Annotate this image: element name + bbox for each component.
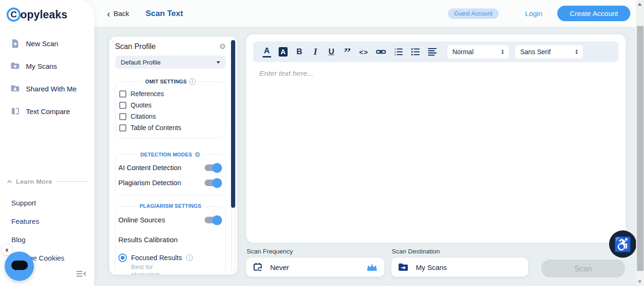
create-account-button[interactable]: Create Account — [557, 6, 630, 21]
radio-selected[interactable] — [118, 253, 127, 262]
editor-toolbar: A A B I U ” <> 123 Normal ▲▼ Sans Serif … — [253, 41, 619, 62]
plagiarism-settings-group: PLAGIARISM SETTINGS Online Sources Resul… — [115, 206, 226, 275]
learn-more-label: Learn More — [16, 178, 52, 185]
info-icon[interactable] — [189, 78, 196, 85]
sidebar-item-new-scan[interactable]: New Scan — [0, 32, 94, 55]
online-sources-row: Online Sources — [118, 212, 223, 228]
login-link[interactable]: Login — [525, 9, 543, 17]
text-editor-card: A A B I U ” <> 123 Normal ▲▼ Sans Serif … — [246, 34, 626, 243]
guest-account-badge: Guest Account — [448, 8, 498, 19]
ai-content-detection-row: AI Content Detection — [118, 160, 223, 175]
sidebar-item-text-compare[interactable]: Text Compare — [0, 100, 94, 123]
focused-results-option[interactable]: Focused Results — [118, 253, 223, 262]
font-select[interactable]: Sans Serif ▲▼ — [515, 45, 583, 58]
scan-frequency-select[interactable]: Never — [246, 258, 384, 277]
detection-modes-legend: DETECTION MODES — [140, 152, 192, 157]
bullet-list-icon[interactable] — [411, 47, 420, 57]
new-scan-icon — [10, 39, 20, 48]
ordered-list-icon[interactable]: 123 — [394, 47, 403, 57]
learn-more-section-header[interactable]: Learn More — [8, 178, 89, 185]
italic-icon[interactable]: I — [311, 47, 320, 57]
checkbox[interactable] — [119, 113, 126, 120]
scroll-up-arrow-icon[interactable] — [638, 3, 642, 6]
gear-icon[interactable]: ⚙ — [195, 151, 201, 158]
plagiarism-detection-toggle[interactable] — [205, 180, 221, 186]
results-calibration-title: Results Calibration — [118, 236, 223, 244]
scan-destination-select[interactable]: My Scans — [391, 258, 528, 277]
code-icon[interactable]: <> — [359, 48, 369, 56]
page-scrollbar[interactable] — [636, 0, 644, 286]
text-color-icon[interactable]: A — [263, 46, 271, 57]
accessibility-icon: ♿ — [614, 236, 631, 253]
sidebar-link-support[interactable]: Support — [0, 194, 94, 212]
scan-profile-title: Scan Profile — [115, 42, 156, 51]
my-scans-icon — [10, 61, 20, 71]
ai-content-detection-toggle[interactable] — [205, 164, 221, 171]
font-select-value: Sans Serif — [520, 48, 551, 56]
accessibility-widget-button[interactable]: ♿ — [609, 230, 636, 258]
scan-frequency-label: Scan Frequency — [247, 248, 293, 255]
online-sources-toggle[interactable] — [205, 217, 221, 223]
plagiarism-settings-legend: PLAGIARISM SETTINGS — [140, 203, 201, 209]
sidebar: C opyleaks New Scan My Scans Shared With… — [0, 0, 94, 286]
omit-option-citations[interactable]: Citations — [119, 111, 222, 122]
info-icon[interactable] — [186, 254, 193, 261]
format-select-value: Normal — [452, 48, 473, 56]
sidebar-link-features[interactable]: Features — [0, 212, 94, 230]
sidebar-item-label: Text Compare — [26, 107, 70, 115]
align-icon[interactable] — [428, 47, 437, 57]
omit-option-references[interactable]: References — [119, 88, 222, 99]
omit-option-table-of-contents[interactable]: Table of Contents — [119, 122, 222, 133]
logo-ring-icon: C — [7, 8, 21, 22]
svg-text:3: 3 — [395, 53, 396, 56]
highlight-color-icon[interactable]: A — [279, 47, 288, 57]
profile-select[interactable]: Default Profile — [115, 56, 226, 69]
back-label: Back — [114, 9, 129, 17]
underline-icon[interactable]: U — [327, 47, 336, 57]
bold-icon[interactable]: B — [295, 47, 304, 57]
collapse-sidebar-icon — [76, 270, 87, 278]
text-compare-icon — [10, 106, 20, 116]
shared-with-me-icon — [10, 84, 20, 93]
page-title: Scan Text — [146, 9, 183, 18]
omit-option-quotes[interactable]: Quotes — [119, 99, 222, 111]
logo-text: opyleaks — [20, 8, 67, 21]
omit-settings-group: OMIT SETTINGS References Quotes Citation… — [115, 82, 226, 138]
checkbox[interactable] — [119, 124, 126, 131]
page-scrollbar-thumb[interactable] — [637, 26, 644, 271]
folder-move-icon — [398, 262, 409, 272]
cookies-close-button[interactable]: x — [1, 244, 12, 255]
divider — [57, 181, 89, 182]
chevron-left-icon: ‹ — [107, 10, 110, 17]
back-button[interactable]: ‹ Back — [107, 9, 129, 17]
chevron-up-icon — [7, 180, 12, 185]
premium-crown-icon — [366, 263, 378, 272]
sidebar-item-label: New Scan — [26, 40, 58, 48]
editor-text-area[interactable]: Enter text here... — [259, 69, 626, 78]
link-icon[interactable] — [376, 47, 386, 57]
chevron-down-icon — [216, 61, 220, 64]
sidebar-item-shared-with-me[interactable]: Shared With Me — [0, 77, 94, 100]
profile-select-value: Default Profile — [121, 59, 161, 66]
blockquote-icon[interactable]: ” — [343, 49, 352, 55]
gear-icon[interactable]: ⚙ — [219, 43, 226, 50]
detection-modes-group: DETECTION MODES ⚙ AI Content Detection P… — [115, 154, 226, 196]
sidebar-item-label: My Scans — [26, 62, 57, 70]
panel-scrollbar-thumb[interactable] — [231, 40, 235, 208]
sidebar-item-my-scans[interactable]: My Scans — [0, 55, 94, 77]
sidebar-collapse-button[interactable] — [76, 270, 87, 279]
top-header: ‹ Back Scan Text Guest Account Login Cre… — [94, 0, 636, 27]
toggle-knob — [212, 178, 222, 188]
checkbox[interactable] — [119, 90, 126, 98]
scan-destination-value: My Scans — [416, 263, 447, 271]
toggle-knob — [212, 215, 222, 225]
scroll-down-arrow-icon[interactable] — [638, 280, 642, 283]
chat-widget-button[interactable] — [5, 252, 34, 281]
plagiarism-detection-row: Plagiarism Detection — [118, 175, 223, 190]
copyleaks-logo[interactable]: C opyleaks — [0, 0, 94, 22]
checkbox[interactable] — [119, 102, 126, 109]
scan-button[interactable]: Scan — [541, 260, 625, 278]
sidebar-link-blog[interactable]: Blog — [0, 230, 94, 249]
toggle-knob — [212, 163, 222, 173]
format-select[interactable]: Normal ▲▼ — [447, 45, 509, 58]
